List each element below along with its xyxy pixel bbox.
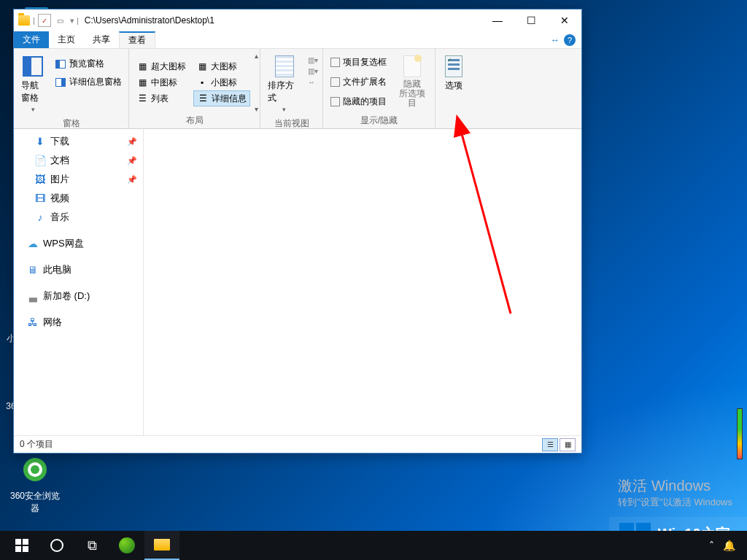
- checkbox-icon: [330, 58, 340, 67]
- sort-by-button[interactable]: 排序方式 ▾: [265, 52, 303, 116]
- file-list-area[interactable]: [144, 129, 581, 435]
- cloud-icon: ☁: [27, 238, 39, 249]
- nav-videos[interactable]: 🎞视频: [14, 189, 143, 208]
- help-icon[interactable]: ?: [564, 34, 576, 46]
- group-by-icon[interactable]: ▥▾: [308, 56, 318, 64]
- svg-rect-11: [23, 546, 28, 552]
- titlebar[interactable]: | ✓ ▭ ▾ | C:\Users\Administrator\Desktop…: [14, 9, 581, 31]
- nav-downloads[interactable]: ⬇下载📌: [14, 132, 143, 151]
- size-columns-icon[interactable]: ↔: [308, 78, 318, 86]
- view-thumbnails-toggle[interactable]: ▦: [560, 438, 576, 451]
- svg-rect-9: [23, 539, 28, 545]
- taskbar-edge[interactable]: [109, 531, 144, 560]
- layout-small-button[interactable]: ▪小图标: [193, 74, 250, 90]
- task-view-icon: ⧉: [88, 538, 97, 553]
- computer-icon: 🖥: [27, 264, 39, 276]
- task-view-button[interactable]: ⧉: [74, 531, 109, 560]
- nav-pictures[interactable]: 🖼图片📌: [14, 170, 143, 189]
- nav-documents[interactable]: 📄文档📌: [14, 151, 143, 170]
- tab-view[interactable]: 查看: [119, 31, 155, 48]
- tab-home[interactable]: 主页: [49, 31, 84, 48]
- nav-wps[interactable]: ☁WPS网盘: [14, 234, 143, 253]
- cortana-button[interactable]: [39, 531, 74, 560]
- hide-selected-button[interactable]: 隐藏 所选项目: [394, 52, 430, 112]
- svg-rect-8: [15, 539, 21, 545]
- item-checkboxes-toggle[interactable]: 项目复选框: [328, 55, 390, 70]
- windows-start-icon: [15, 539, 28, 552]
- layout-scroll[interactable]: ▴▾: [255, 52, 258, 113]
- ribbon-tabs: 文件 主页 共享 查看 ↔ ?: [14, 31, 581, 49]
- status-bar: 0 个项目 ☰ ▦: [14, 435, 581, 453]
- pin-icon: 📌: [127, 175, 137, 184]
- medium-icons-icon: ▦: [136, 77, 148, 88]
- preview-pane-button[interactable]: 预览窗格: [52, 56, 125, 71]
- hidden-items-toggle[interactable]: 隐藏的项目: [328, 94, 390, 109]
- pin-icon: 📌: [127, 156, 137, 166]
- music-icon: ♪: [34, 211, 46, 223]
- options-icon: [442, 55, 465, 78]
- details-pane-icon: [55, 77, 66, 88]
- minimize-button[interactable]: —: [481, 9, 514, 31]
- nav-new-volume[interactable]: ▃新加卷 (D:): [14, 287, 143, 306]
- documents-icon: 📄: [34, 155, 46, 166]
- layout-medium-button[interactable]: ▦中图标: [133, 74, 189, 90]
- folder-icon: [154, 539, 170, 551]
- add-columns-icon[interactable]: ▥▾: [308, 67, 318, 75]
- windows-activation-notice: 激活 Windows 转到"设置"以激活 Windows: [618, 476, 732, 509]
- system-gauge: [737, 408, 743, 459]
- layout-list-button[interactable]: ☰列表: [133, 90, 189, 106]
- taskbar[interactable]: ⧉ ˄ 🔔: [0, 531, 747, 560]
- extra-large-icons-icon: ▦: [136, 61, 148, 72]
- checkbox-icon: [330, 77, 340, 87]
- tab-file[interactable]: 文件: [14, 31, 49, 48]
- list-icon: ☰: [136, 93, 148, 104]
- folder-icon: [18, 15, 30, 26]
- view-details-toggle[interactable]: ☰: [542, 438, 558, 451]
- qat-properties-button[interactable]: ✓: [38, 14, 51, 27]
- hide-selected-icon: [400, 55, 424, 78]
- file-extensions-toggle[interactable]: 文件扩展名: [328, 74, 390, 90]
- videos-icon: 🎞: [34, 192, 46, 204]
- nav-this-pc[interactable]: 🖥此电脑: [14, 260, 143, 279]
- drive-icon: ▃: [27, 290, 39, 302]
- details-pane-button[interactable]: 详细信息窗格: [52, 74, 125, 90]
- pin-icon: 📌: [127, 137, 137, 147]
- preview-pane-icon: [55, 58, 66, 70]
- system-tray[interactable]: ˄ 🔔: [709, 540, 743, 551]
- checkbox-icon: [330, 97, 340, 106]
- tab-share[interactable]: 共享: [84, 31, 119, 48]
- item-count: 0 个项目: [20, 438, 53, 451]
- tray-chevron-icon[interactable]: ˄: [709, 540, 714, 551]
- file-explorer-window: | ✓ ▭ ▾ | C:\Users\Administrator\Desktop…: [13, 9, 582, 454]
- edge-icon: [119, 537, 135, 553]
- navigation-pane[interactable]: ⬇下载📌 📄文档📌 🖼图片📌 🎞视频 ♪音乐 ☁WPS网盘 🖥此电脑 ▃新加卷 …: [14, 129, 144, 435]
- navigation-pane-button[interactable]: 导航窗格 ▾: [18, 52, 47, 116]
- close-button[interactable]: ✕: [548, 9, 581, 31]
- window-title-path: C:\Users\Administrator\Desktop\1: [85, 15, 214, 26]
- desktop-icon-360browser[interactable]: 360安全浏览 器: [7, 452, 63, 515]
- qat-new-folder-button[interactable]: ▭: [54, 14, 67, 27]
- ribbon-view: 导航窗格 ▾ 预览窗格 详细信息窗格 窗格 ▦超大图标 ▦大图标 ▦中图标 ▪小…: [14, 49, 581, 129]
- taskbar-explorer[interactable]: [144, 531, 179, 560]
- small-icons-icon: ▪: [196, 77, 208, 88]
- downloads-icon: ⬇: [34, 136, 46, 147]
- svg-point-6: [31, 465, 39, 474]
- sort-icon: [273, 55, 296, 78]
- nav-network[interactable]: 🖧网络: [14, 313, 143, 332]
- layout-details-button[interactable]: ☰详细信息: [193, 90, 250, 106]
- layout-extra-large-button[interactable]: ▦超大图标: [133, 58, 189, 74]
- details-icon: ☰: [197, 93, 209, 104]
- large-icons-icon: ▦: [196, 61, 208, 72]
- svg-rect-10: [15, 546, 21, 552]
- start-button[interactable]: [4, 531, 39, 560]
- options-button[interactable]: 选项: [439, 52, 468, 95]
- layout-large-button[interactable]: ▦大图标: [193, 58, 250, 74]
- ribbon-minimize-icon[interactable]: ↔: [551, 35, 560, 45]
- tray-notifications-icon[interactable]: 🔔: [723, 540, 735, 551]
- navigation-pane-icon: [21, 55, 44, 78]
- nav-music[interactable]: ♪音乐: [14, 208, 143, 227]
- network-icon: 🖧: [27, 316, 39, 328]
- maximize-button[interactable]: ☐: [514, 9, 548, 31]
- pictures-icon: 🖼: [34, 174, 46, 185]
- explorer-content: ⬇下载📌 📄文档📌 🖼图片📌 🎞视频 ♪音乐 ☁WPS网盘 🖥此电脑 ▃新加卷 …: [14, 129, 581, 435]
